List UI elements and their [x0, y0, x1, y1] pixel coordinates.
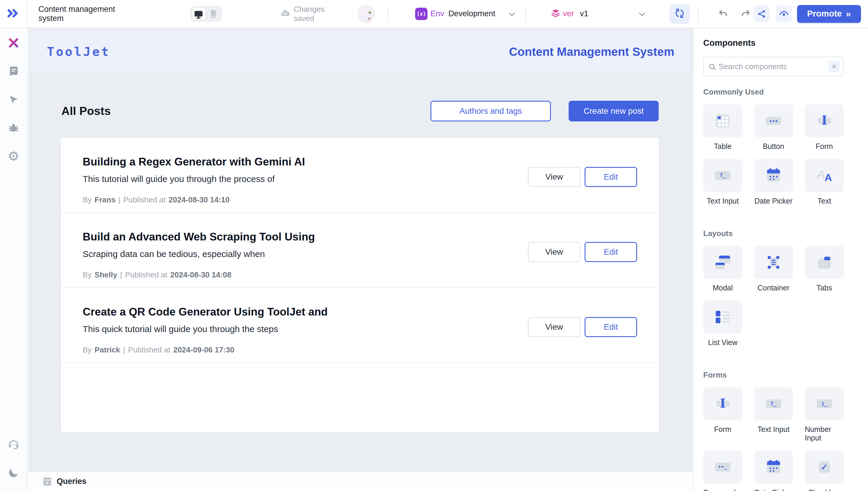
component-tile-button[interactable]: Button	[754, 104, 793, 151]
page-title: All Posts	[61, 105, 111, 118]
section-label-layouts: Layouts	[703, 229, 843, 238]
section-label-forms: Forms	[703, 371, 843, 380]
component-tile-date-picker[interactable]: Date Picker	[754, 451, 793, 491]
preview-button[interactable]	[776, 6, 792, 22]
sidebar-item-inspector[interactable]	[0, 85, 27, 114]
post-row: Build an Advanced Web Scraping Tool Usin…	[61, 213, 659, 288]
component-tile-password-input[interactable]: Password Input	[703, 451, 742, 491]
meta-separator: |	[118, 195, 120, 204]
component-tile-text[interactable]: Text	[805, 159, 844, 205]
tooljet-logo-button[interactable]	[0, 0, 28, 27]
close-icon: ×	[832, 62, 836, 71]
post-meta: By Shelly | Published at 2024-08-30 14:0…	[83, 270, 637, 280]
promote-button[interactable]: Promote »	[797, 5, 861, 23]
edit-button[interactable]: Edit	[585, 242, 637, 262]
view-button[interactable]: View	[528, 242, 581, 262]
post-actions: View Edit	[528, 167, 637, 187]
undo-icon	[718, 8, 728, 19]
date-picker-icon	[767, 170, 780, 181]
app-canvas[interactable]: ToolJet Content Management System All Po…	[28, 28, 693, 491]
component-tile-table[interactable]: Table	[703, 104, 742, 151]
queries-label: Queries	[57, 477, 87, 486]
component-label: Password Input	[703, 488, 742, 491]
component-label: Text Input	[757, 425, 789, 434]
topbar-divider	[388, 6, 389, 22]
button-icon	[766, 117, 781, 125]
refresh-preview-button[interactable]	[670, 4, 690, 24]
version-layers-icon	[551, 8, 561, 20]
user-avatar[interactable]	[358, 5, 375, 23]
view-button[interactable]: View	[528, 167, 581, 187]
search-components-input[interactable]	[719, 62, 824, 71]
mobile-view-button[interactable]	[207, 8, 220, 20]
desktop-view-button[interactable]	[192, 8, 206, 20]
cursor-pointer-icon	[8, 94, 20, 106]
component-tile-list-view[interactable]: List View	[703, 300, 742, 347]
search-icon	[709, 64, 714, 69]
forms-grid: Form Text Input Number Input Password In…	[703, 387, 843, 491]
edit-button[interactable]: Edit	[585, 317, 637, 337]
component-search[interactable]: ×	[703, 57, 844, 76]
queries-panel-toggle[interactable]: Queries	[28, 471, 693, 491]
container-icon	[768, 256, 779, 269]
sidebar-item-settings[interactable]: ⚙	[0, 142, 27, 170]
table-icon	[716, 115, 730, 127]
section-label-commonly-used: Commonly Used	[703, 87, 843, 96]
environment-selector[interactable]: (x) Env Development	[415, 8, 514, 20]
redo-button[interactable]	[738, 6, 754, 22]
canvas-app-header[interactable]: ToolJet Content Management System	[32, 32, 690, 72]
post-datetime: 2024-08-30 14:08	[170, 270, 231, 280]
version-selector[interactable]: ver v1	[551, 8, 644, 20]
post-datetime: 2024-08-30 14:10	[168, 195, 230, 204]
double-chevron-right-icon: »	[846, 9, 851, 19]
sidebar-item-pages[interactable]	[0, 57, 27, 85]
component-tile-date-picker[interactable]: Date Picker	[754, 159, 793, 205]
text-input-icon	[766, 399, 781, 408]
share-button[interactable]	[754, 6, 769, 22]
create-new-post-button[interactable]: Create new post	[569, 101, 659, 121]
view-button[interactable]: View	[528, 317, 581, 337]
edit-button[interactable]: Edit	[585, 167, 637, 187]
component-tile-form[interactable]: Form	[805, 104, 844, 151]
post-actions: View Edit	[528, 317, 637, 337]
authors-and-tags-button[interactable]: Authors and tags	[430, 101, 551, 121]
component-tile-text-input[interactable]: Text Input	[703, 159, 742, 205]
component-tile-tabs[interactable]: Tabs	[805, 246, 844, 292]
bug-icon	[7, 122, 20, 134]
component-label: Container	[757, 284, 789, 292]
topbar-divider	[525, 6, 526, 22]
sidebar-item-pages-active[interactable]	[0, 29, 27, 57]
mobile-icon	[211, 10, 216, 18]
clear-search-button[interactable]: ×	[829, 61, 840, 72]
post-title: Create a QR Code Generator Using ToolJet…	[83, 306, 637, 318]
topbar-divider	[698, 6, 699, 22]
sidebar-item-debugger[interactable]	[0, 114, 27, 142]
component-tile-container[interactable]: Container	[754, 246, 793, 292]
meta-by-label: By	[83, 195, 92, 204]
save-status: Changes saved	[280, 5, 344, 23]
environment-icon: (x)	[415, 8, 428, 20]
sidebar-item-support[interactable]	[0, 430, 27, 459]
component-tile-modal[interactable]: Modal	[703, 246, 742, 292]
share-icon	[757, 9, 767, 19]
headset-icon	[7, 438, 20, 451]
component-tile-checkbox[interactable]: Checkbox	[805, 451, 844, 491]
commonly-used-grid: Table Button Form Text Input Date Picker…	[703, 104, 843, 213]
post-actions: View Edit	[528, 242, 637, 262]
component-label: Tabs	[817, 284, 832, 292]
component-label: Form	[816, 142, 833, 151]
meta-published-label: Published at	[123, 195, 166, 204]
desktop-icon	[194, 11, 203, 17]
chevron-down-icon[interactable]	[509, 10, 515, 16]
component-tile-number-input[interactable]: Number Input	[805, 387, 844, 442]
modal-icon	[715, 256, 730, 269]
app-name[interactable]: Content management system	[38, 5, 137, 23]
component-tile-text-input[interactable]: Text Input	[754, 387, 793, 442]
dark-mode-toggle[interactable]	[0, 459, 27, 487]
meta-published-label: Published at	[125, 270, 167, 280]
chevron-down-icon[interactable]	[639, 10, 645, 16]
undo-button[interactable]	[715, 6, 731, 22]
component-tile-form[interactable]: Form	[703, 387, 742, 442]
form-icon	[817, 113, 832, 128]
post-title: Build an Advanced Web Scraping Tool Usin…	[83, 231, 637, 243]
